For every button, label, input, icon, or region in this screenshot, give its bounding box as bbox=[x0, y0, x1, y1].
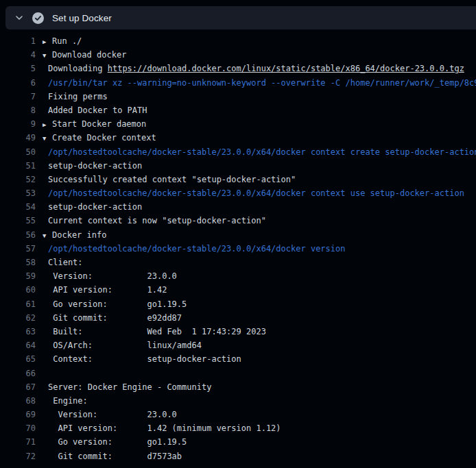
log-text-line: Downloading https://download.docker.com/… bbox=[43, 62, 464, 75]
log-text-line: Engine: bbox=[43, 394, 88, 408]
log-text-line: API version: 1.42 (minimum version 1.12) bbox=[43, 421, 281, 435]
line-number[interactable]: 63 bbox=[0, 325, 36, 338]
log-text-line: Server: Docker Engine - Community bbox=[43, 380, 211, 394]
log-group-toggle[interactable]: ▶Run ./ bbox=[43, 34, 82, 48]
log-text-line: Built: Wed Feb 1 17:43:29 2023 bbox=[43, 325, 266, 338]
line-number[interactable]: 5 bbox=[0, 62, 36, 75]
caret-expanded-icon[interactable]: ▼ bbox=[43, 229, 52, 243]
line-number[interactable]: 72 bbox=[0, 449, 36, 463]
log-group-label: Start Docker daemon bbox=[52, 119, 146, 129]
log-text-line: Current context is now "setup-docker-act… bbox=[43, 214, 266, 227]
line-number[interactable]: 59 bbox=[0, 269, 36, 283]
log-group-toggle[interactable]: ▶Start Docker daemon bbox=[43, 117, 146, 131]
log-group-label: Docker info bbox=[52, 230, 106, 240]
line-number[interactable]: 6 bbox=[0, 76, 36, 90]
log-command-line: /opt/hostedtoolcache/docker-stable/23.0.… bbox=[43, 186, 464, 200]
log-text-line: Context: setup-docker-action bbox=[43, 352, 241, 366]
log-line: 64 OS/Arch: linux/amd64 bbox=[0, 338, 476, 352]
log-text-line: OS/Arch: linux/amd64 bbox=[43, 338, 202, 352]
log-line: 71 Go version: go1.19.5 bbox=[0, 435, 476, 449]
log-text-line bbox=[43, 367, 48, 380]
line-number[interactable]: 57 bbox=[0, 242, 36, 256]
log-line: 67Server: Docker Engine - Community bbox=[0, 380, 476, 394]
chevron-down-icon[interactable] bbox=[14, 13, 24, 23]
log-line: 50/opt/hostedtoolcache/docker-stable/23.… bbox=[0, 145, 476, 159]
log-text-line: Go version: go1.19.5 bbox=[43, 435, 187, 449]
log-line: 59 Version: 23.0.0 bbox=[0, 269, 476, 283]
line-number[interactable]: 60 bbox=[0, 283, 36, 297]
log-group-toggle[interactable]: ▼Download docker bbox=[43, 48, 126, 62]
log-line: 66 bbox=[0, 367, 476, 380]
download-url-link[interactable]: https://download.docker.com/linux/static… bbox=[108, 64, 464, 73]
log-line: 68 Engine: bbox=[0, 394, 476, 408]
line-number[interactable]: 51 bbox=[0, 159, 36, 173]
line-number[interactable]: 50 bbox=[0, 145, 36, 159]
log-text-line: Version: 23.0.0 bbox=[43, 269, 177, 283]
line-number[interactable]: 71 bbox=[0, 435, 36, 449]
command-text: /usr/bin/tar xz --warning=no-unknown-key… bbox=[48, 78, 476, 88]
caret-expanded-icon[interactable]: ▼ bbox=[43, 49, 52, 62]
log-line: 9▶Start Docker daemon bbox=[0, 117, 476, 131]
log-text-line: Go version: go1.19.5 bbox=[43, 297, 187, 311]
log-line: 5Downloading https://download.docker.com… bbox=[0, 62, 476, 75]
line-number[interactable]: 1 bbox=[0, 34, 36, 48]
line-number[interactable]: 52 bbox=[0, 173, 36, 186]
check-circle-icon bbox=[32, 12, 44, 24]
log-group-label: Download docker bbox=[52, 50, 126, 60]
line-number[interactable]: 66 bbox=[0, 367, 36, 380]
log-line: 70 API version: 1.42 (minimum version 1.… bbox=[0, 421, 476, 435]
line-number[interactable]: 58 bbox=[0, 256, 36, 269]
log-text-line: Client: bbox=[43, 256, 83, 269]
line-number[interactable]: 56 bbox=[0, 228, 36, 242]
line-number[interactable]: 55 bbox=[0, 214, 36, 227]
log-group-toggle[interactable]: ▼Create Docker context bbox=[43, 131, 156, 145]
log-command-line: /usr/bin/tar xz --warning=no-unknown-key… bbox=[43, 76, 476, 90]
log-line: 72 Git commit: d7573ab bbox=[0, 449, 476, 463]
line-number[interactable]: 61 bbox=[0, 297, 36, 311]
log-text-line: Added Docker to PATH bbox=[43, 103, 147, 117]
log-line: 65 Context: setup-docker-action bbox=[0, 352, 476, 366]
log-command-line: /opt/hostedtoolcache/docker-stable/23.0.… bbox=[43, 145, 476, 159]
log-text-line: Successfully created context "setup-dock… bbox=[43, 173, 296, 186]
log-line: 54setup-docker-action bbox=[0, 200, 476, 214]
line-number[interactable]: 54 bbox=[0, 200, 36, 214]
step-header[interactable]: Set up Docker bbox=[5, 6, 476, 29]
line-number[interactable]: 4 bbox=[0, 48, 36, 62]
line-number[interactable]: 67 bbox=[0, 380, 36, 394]
line-number[interactable]: 62 bbox=[0, 311, 36, 325]
log-text-line: API version: 1.42 bbox=[43, 283, 167, 297]
line-number[interactable]: 64 bbox=[0, 338, 36, 352]
log-command-line: /opt/hostedtoolcache/docker-stable/23.0.… bbox=[43, 242, 345, 256]
log-line: 62 Git commit: e92dd87 bbox=[0, 311, 476, 325]
log-text-line: setup-docker-action bbox=[43, 159, 142, 173]
log-line: 1▶Run ./ bbox=[0, 34, 476, 48]
line-number[interactable]: 7 bbox=[0, 90, 36, 103]
log-line: 57/opt/hostedtoolcache/docker-stable/23.… bbox=[0, 242, 476, 256]
line-number[interactable]: 65 bbox=[0, 352, 36, 366]
line-number[interactable]: 9 bbox=[0, 117, 36, 131]
log-line: 55Current context is now "setup-docker-a… bbox=[0, 214, 476, 227]
log-line: 7Fixing perms bbox=[0, 90, 476, 103]
line-number[interactable]: 70 bbox=[0, 421, 36, 435]
line-number[interactable]: 53 bbox=[0, 186, 36, 200]
log-group-toggle[interactable]: ▼Docker info bbox=[43, 228, 106, 242]
log-text-line: setup-docker-action bbox=[43, 200, 142, 214]
log-lines: 1▶Run ./4▼Download docker5Downloading ht… bbox=[0, 34, 476, 463]
log-line: 49▼Create Docker context bbox=[0, 131, 476, 145]
command-text: /opt/hostedtoolcache/docker-stable/23.0.… bbox=[48, 244, 345, 254]
line-number[interactable]: 8 bbox=[0, 103, 36, 117]
caret-expanded-icon[interactable]: ▼ bbox=[43, 132, 52, 145]
log-text-line: Git commit: e92dd87 bbox=[43, 311, 182, 325]
command-text: /opt/hostedtoolcache/docker-stable/23.0.… bbox=[48, 147, 476, 157]
log-line: 63 Built: Wed Feb 1 17:43:29 2023 bbox=[0, 325, 476, 338]
log-line: 61 Go version: go1.19.5 bbox=[0, 297, 476, 311]
log-group-label: Run ./ bbox=[52, 36, 82, 46]
log-line: 60 API version: 1.42 bbox=[0, 283, 476, 297]
log-line: 52Successfully created context "setup-do… bbox=[0, 173, 476, 186]
line-number[interactable]: 49 bbox=[0, 131, 36, 145]
line-number[interactable]: 69 bbox=[0, 408, 36, 421]
line-number[interactable]: 68 bbox=[0, 394, 36, 408]
caret-collapsed-icon[interactable]: ▶ bbox=[43, 118, 52, 132]
log-line: 4▼Download docker bbox=[0, 48, 476, 62]
caret-collapsed-icon[interactable]: ▶ bbox=[43, 35, 52, 49]
